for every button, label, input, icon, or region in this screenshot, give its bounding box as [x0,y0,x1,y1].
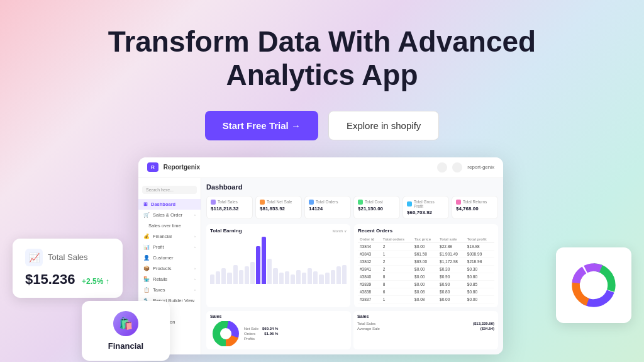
retails-icon: 🏪 [143,276,150,282]
nav-sales-order[interactable]: 🛒 Sales & Order › [138,210,201,220]
chevron-icon: › [194,288,196,291]
bar-18 [313,271,318,284]
widget-header: 📈 Total Sales [25,249,110,266]
stat-dot [407,201,412,206]
bar-8 [256,246,260,284]
bar-22 [336,266,341,284]
earning-period[interactable]: Month ∨ [333,229,347,233]
dash-icons [437,162,462,173]
table-cell: 2 [381,242,413,250]
bar-1 [216,271,220,284]
table-cell: 6 [381,288,413,295]
bar-23 [342,265,347,284]
bottom-row: Average Sale($34.54) [357,326,494,331]
bar-2 [221,268,226,284]
sales-nav-icon: 🛒 [143,212,150,218]
table-cell: #3841 [358,265,381,273]
start-trial-button[interactable]: Start Free Trial → [205,111,318,140]
widget-change: +2.5% ↑ [82,277,109,286]
stat-card-total-sales: Total Sales $118,218.32 [206,196,253,219]
financial-icon: 💰 [143,234,150,239]
table-cell: $1,901.49 [438,250,465,257]
chevron-icon: › [194,277,196,281]
table-row: #38412$0.00$0.30$0.30 [358,265,494,273]
financial-icon: 🛍️ [113,311,138,336]
table-row: #38422$63.00$1,172.98$218.98 [358,257,494,265]
table-cell: $0.00 [413,273,438,280]
stat-card-net-sale: Total Net Sale $81,853.92 [255,196,302,219]
table-cell: 8 [381,280,413,288]
cta-buttons: Start Free Trial → Explore in shopify [205,111,440,140]
dash-two-col: Total Earning Month ∨ Recent Orders Orde… [206,224,498,307]
table-cell: 1 [381,295,413,303]
bottom-profit-card: Sales Total Sales($13,229.60) Average Sa… [353,311,498,349]
table-cell: $218.98 [465,257,494,265]
bottom-profit-title: Sales [357,314,494,319]
bar-4 [233,265,238,284]
dash-logo-text: Reportgenix [164,164,200,171]
nav-profit[interactable]: 📊 Profit › [138,242,201,252]
table-cell: #3839 [358,280,381,288]
chevron-icon: › [194,266,196,270]
nav-retails[interactable]: 🏪 Retails › [138,274,201,285]
financial-label: Financial [94,341,157,351]
explore-shopify-button[interactable]: Explore in shopify [328,111,439,140]
nav-products[interactable]: 📦 Products › [138,263,201,274]
table-cell: $0.80 [438,288,465,295]
nav-taxes[interactable]: 📋 Taxes › [138,285,201,295]
products-icon: 📦 [143,266,150,271]
bar-12 [279,273,284,284]
stat-dot [211,200,216,205]
bar-chart [210,236,347,286]
stat-card-returns: Total Returns $4,768.00 [452,196,498,219]
search-box[interactable]: Search here... [142,186,197,194]
bar-6 [245,266,249,284]
bar-0 [210,274,214,284]
stats-row: Total Sales $118,218.32 Total Net Sale $… [206,196,498,219]
stat-dot [358,200,363,205]
table-cell: 1 [381,250,413,257]
dash-main-content: Dashboard Total Sales $118,218.32 Total [201,178,503,354]
widget-value: $15.236 [25,271,75,287]
bottom-sales-card: Sales Net Sale$69.24 % [206,311,351,349]
bar-20 [325,273,330,284]
table-cell: $63.00 [413,257,438,265]
table-cell: #3838 [358,288,381,295]
dash-page-title: Dashboard [206,183,498,191]
earning-section: Total Earning Month ∨ [206,224,350,307]
chevron-icon: › [194,213,196,217]
table-row: #38386$0.08$0.80$0.80 [358,288,494,295]
bar-15 [296,270,301,284]
table-cell: $61.50 [413,250,438,257]
table-cell: #3842 [358,257,381,265]
table-cell: $1,172.98 [438,257,465,265]
bottom-sales-rows: Net Sale$69.24 % Orders$1.96 % Profits [244,326,278,341]
nav-customer[interactable]: 👤 Customer [138,252,201,263]
bar-21 [331,270,335,284]
nav-sales-time[interactable]: Sales over time [138,220,201,231]
orders-title: Recent Orders [358,228,494,234]
donut-chart [569,257,619,314]
dash-bottom: Sales Net Sale$69.24 % [206,311,498,349]
bar-9 [262,237,266,284]
settings-icon[interactable] [452,162,462,173]
table-row: #38398$0.00$0.90$0.85 [358,280,494,288]
table-cell: $0.00 [465,295,494,303]
table-cell: 2 [381,257,413,265]
earning-title: Total Earning [210,228,347,234]
donut-chart-widget [556,247,631,323]
table-cell: $0.30 [438,265,465,273]
bar-7 [250,262,255,284]
hero-section: Transform Data With Advanced Analytics A… [0,0,644,166]
nav-financial[interactable]: 💰 Financial › [138,231,201,242]
notif-icon[interactable] [437,162,447,173]
nav-dashboard[interactable]: ⊞ Dashboard [138,199,201,210]
svg-point-7 [582,274,605,297]
orders-table: Order id Total orders Tax price Total sa… [358,236,494,303]
chevron-icon: › [194,234,196,238]
table-cell: $008.99 [465,250,494,257]
col-tax: Tax price [413,236,438,243]
table-cell: $0.08 [413,295,438,303]
bar-10 [267,259,272,284]
bottom-row: Profits [244,336,278,341]
